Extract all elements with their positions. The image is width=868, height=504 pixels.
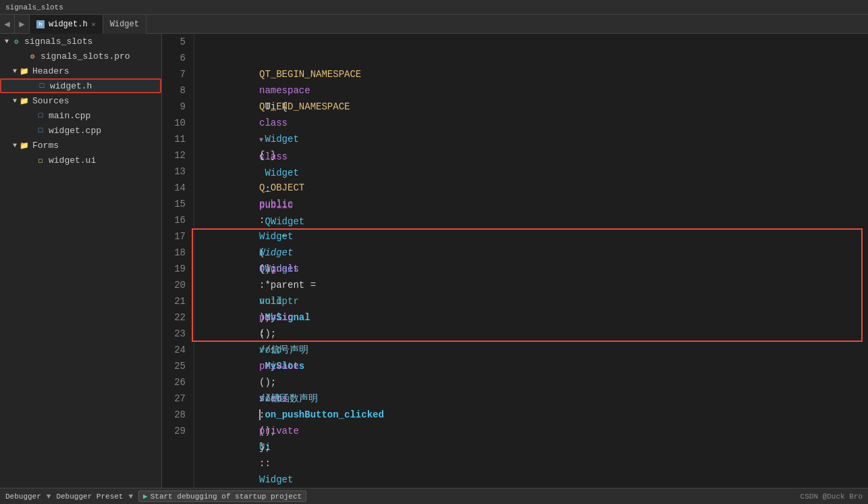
project-root-item[interactable]: ▼ ⚙ signals_slots bbox=[0, 34, 161, 49]
start-debug-btn[interactable]: ▶ Start debugging of startup project bbox=[138, 490, 306, 502]
start-debug-label: Start debugging of startup project bbox=[151, 493, 302, 501]
main-cpp-spacer bbox=[27, 112, 35, 120]
tab-forward-btn[interactable]: ▶ bbox=[15, 15, 30, 34]
ln-21: 21 bbox=[167, 293, 186, 309]
headers-folder-icon: 📁 bbox=[19, 66, 30, 76]
code-line-28: Ui :: Widget * ui; bbox=[202, 407, 868, 423]
code-line-24: private slots : bbox=[202, 342, 868, 358]
widget-h-label: widget.h bbox=[50, 81, 92, 91]
tab-bar: ◀ ▶ h widget.h ✕ Widget bbox=[0, 15, 868, 34]
ln-18: 18 bbox=[167, 245, 186, 261]
ln-15: 15 bbox=[167, 196, 186, 212]
code-line-9 bbox=[202, 99, 868, 115]
widget-h-icon: □ bbox=[36, 80, 47, 91]
ln-22: 22 bbox=[167, 309, 186, 326]
code-line-11: { bbox=[202, 131, 868, 147]
ln-8: 8 bbox=[167, 82, 186, 99]
pro-icon: ⚙ bbox=[27, 51, 38, 61]
pro-label: signals_slots.pro bbox=[40, 51, 130, 61]
code-line-25: void on_pushButton_clicked (); bbox=[202, 358, 868, 374]
app-title: signals_slots bbox=[5, 3, 63, 11]
code-line-10: ▼ class Widget : public QWidget bbox=[202, 115, 868, 131]
tab-widget[interactable]: Widget bbox=[103, 15, 146, 34]
widget-ui-spacer bbox=[27, 157, 35, 164]
tab-h-icon: h bbox=[36, 20, 45, 28]
code-line-17 bbox=[202, 228, 868, 245]
widget-ui-label: widget.ui bbox=[49, 155, 96, 166]
tab-back-btn[interactable]: ◀ bbox=[0, 15, 15, 34]
code-area: 5 6 7 8 9 10 11 12 13 14 15 16 17 18 19 … bbox=[162, 34, 868, 488]
sources-group[interactable]: ▼ 📁 Sources bbox=[0, 93, 161, 108]
ln-11: 11 bbox=[167, 131, 186, 147]
code-line-16: ~ Widget (); bbox=[202, 212, 868, 228]
ln-5: 5 bbox=[167, 34, 186, 50]
widget-cpp-spacer bbox=[27, 127, 35, 134]
sep-1: ▼ bbox=[47, 493, 51, 501]
code-line-20 bbox=[202, 277, 868, 293]
code-line-12: Q_OBJECT bbox=[202, 147, 868, 163]
ln-14: 14 bbox=[167, 180, 186, 196]
ln-26: 26 bbox=[167, 374, 186, 390]
widget-ui-item[interactable]: ◻ widget.ui bbox=[0, 153, 161, 168]
widget-ui-icon: ◻ bbox=[35, 155, 46, 166]
sources-folder-icon: 📁 bbox=[19, 95, 30, 106]
widget-28: Widget bbox=[259, 474, 293, 485]
tab-widget-label: Widget bbox=[110, 20, 139, 29]
code-line-8: QT_END_NAMESPACE bbox=[202, 82, 868, 99]
ln-27: 27 bbox=[167, 390, 186, 407]
tab-close-btn[interactable]: ✕ bbox=[92, 20, 96, 28]
main-cpp-item[interactable]: □ main.cpp bbox=[0, 108, 161, 123]
project-expand-arrow: ▼ bbox=[3, 38, 11, 45]
csdn-label: CSDN @Duck Bro bbox=[801, 493, 863, 501]
ln-19: 19 bbox=[167, 261, 186, 277]
headers-group[interactable]: ▼ 📁 Headers bbox=[0, 64, 161, 78]
ln-23: 23 bbox=[167, 326, 186, 342]
code-line-7: namespace Ui { class Widget ; } bbox=[202, 66, 868, 82]
ln-6: 6 bbox=[167, 50, 186, 66]
ln-24: 24 bbox=[167, 342, 186, 358]
widget-cpp-icon: □ bbox=[35, 125, 46, 136]
widget-h-item[interactable]: □ widget.h bbox=[0, 78, 161, 93]
top-bar: signals_slots bbox=[0, 0, 868, 15]
code-line-27: private : bbox=[202, 390, 868, 407]
widget-cpp-label: widget.cpp bbox=[49, 126, 101, 136]
dcolon-28: :: bbox=[259, 458, 271, 469]
widget-h-spacer bbox=[28, 82, 36, 90]
tab-widget-h-label: widget.h bbox=[49, 20, 88, 29]
project-label: signals_slots bbox=[24, 36, 92, 47]
tab-widget-h[interactable]: h widget.h ✕ bbox=[30, 15, 103, 34]
forms-group[interactable]: ▼ 📁 Forms bbox=[0, 138, 161, 153]
project-icon: ⚙ bbox=[11, 36, 22, 47]
sep-2: ▼ bbox=[128, 493, 133, 501]
debugger-preset-label: Debugger Preset bbox=[56, 493, 123, 501]
widget-cpp-item[interactable]: □ widget.cpp bbox=[0, 123, 161, 138]
code-line-13 bbox=[202, 163, 868, 180]
pro-spacer bbox=[19, 53, 27, 60]
ln-17: 17 bbox=[167, 228, 186, 245]
debugger-label: Debugger bbox=[5, 493, 41, 501]
ln-10: 10 bbox=[167, 115, 186, 131]
code-line-22: void MySlots (); //槽函数声明 bbox=[202, 309, 868, 326]
line-numbers: 5 6 7 8 9 10 11 12 13 14 15 16 17 18 19 … bbox=[162, 34, 194, 488]
main-cpp-icon: □ bbox=[35, 110, 46, 121]
code-content[interactable]: QT_BEGIN_NAMESPACE namespace Ui { class … bbox=[194, 34, 868, 488]
code-line-29: }; bbox=[202, 423, 868, 439]
code-line-6: QT_BEGIN_NAMESPACE bbox=[202, 50, 868, 66]
play-icon: ▶ bbox=[143, 492, 148, 501]
code-line-26 bbox=[202, 374, 868, 390]
code-line-18: signals : bbox=[202, 245, 868, 261]
ln-28: 28 bbox=[167, 407, 186, 423]
ln-20: 20 bbox=[167, 277, 186, 293]
close-brace-29: }; bbox=[259, 442, 271, 453]
pro-file-item[interactable]: ⚙ signals_slots.pro bbox=[0, 49, 161, 64]
code-editor[interactable]: 5 6 7 8 9 10 11 12 13 14 15 16 17 18 19 … bbox=[162, 34, 868, 488]
code-line-15: Widget ( QWidget *parent = nullptr ); bbox=[202, 196, 868, 212]
file-tree-sidebar: ▼ ⚙ signals_slots ⚙ signals_slots.pro ▼ … bbox=[0, 34, 162, 488]
code-line-19: void MySignal (); //信号声明 bbox=[202, 261, 868, 277]
code-line-21: public : bbox=[202, 293, 868, 309]
debugger-bar: Debugger ▼ Debugger Preset ▼ ▶ Start deb… bbox=[0, 488, 868, 504]
code-line-5 bbox=[202, 34, 868, 50]
ln-16: 16 bbox=[167, 212, 186, 228]
ln-12: 12 bbox=[167, 147, 186, 163]
sources-expand-arrow: ▼ bbox=[11, 97, 19, 105]
